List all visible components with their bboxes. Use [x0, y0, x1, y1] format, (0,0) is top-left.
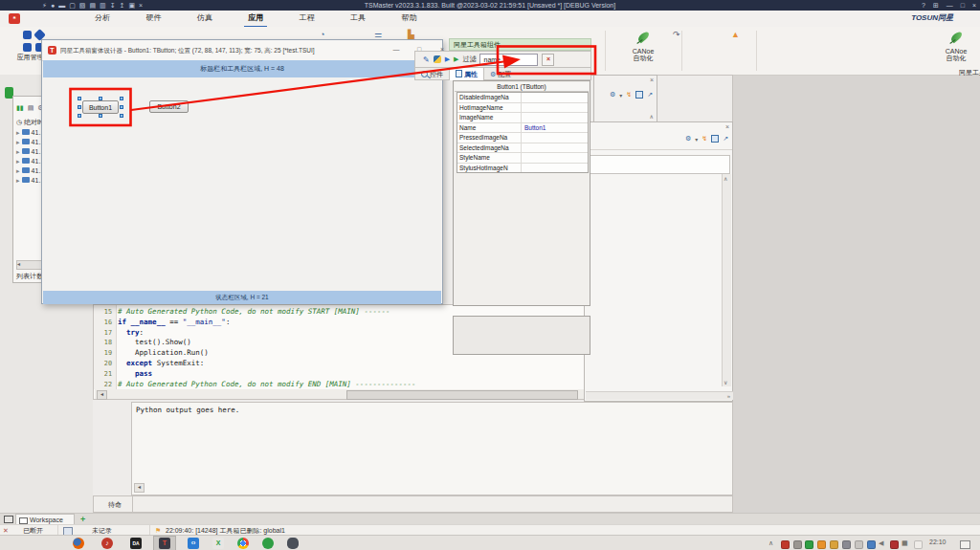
play-icon[interactable]: ▮▮ [16, 104, 24, 112]
property-row[interactable]: HotImageName [457, 103, 588, 114]
tray-drive-icon[interactable] [830, 540, 838, 549]
menu-item-应用[interactable]: 应用 [244, 11, 267, 28]
notification-icon[interactable] [960, 540, 970, 549]
run-icon[interactable]: ▶ [445, 55, 450, 63]
property-value[interactable] [522, 113, 588, 122]
menu-item-仿真[interactable]: 仿真 [193, 11, 216, 26]
property-value[interactable] [522, 164, 588, 173]
expand-icon[interactable]: ▸ [16, 139, 20, 145]
property-row[interactable]: ImageName [457, 113, 588, 123]
tab-配置[interactable]: ⚙配置 [484, 68, 517, 80]
expand-icon[interactable]: ▸ [16, 167, 20, 174]
tray-clock-app-icon[interactable] [914, 540, 923, 549]
chrome-icon[interactable] [237, 538, 249, 549]
scroll-thumb[interactable] [346, 390, 578, 400]
tray-app2-icon[interactable] [805, 540, 813, 549]
hscrollbar[interactable]: » [586, 391, 733, 400]
filter-input[interactable]: name [479, 54, 538, 66]
tab-属性[interactable]: 属性 [449, 68, 484, 80]
selection-handle[interactable] [120, 97, 123, 100]
scroll-up-icon[interactable]: ∧ [650, 113, 654, 120]
form-button1[interactable]: Button1 [82, 100, 119, 114]
property-value[interactable] [522, 153, 588, 163]
selection-handle[interactable] [78, 97, 81, 100]
xmind-icon[interactable]: X [212, 538, 224, 549]
tray-security-icon[interactable] [781, 540, 790, 549]
canoe-automation-button[interactable]: CANoe 自动化 [620, 31, 666, 62]
tray-browser-icon[interactable] [867, 540, 876, 549]
tray-app1-icon[interactable] [793, 540, 802, 549]
menu-item-硬件[interactable]: 硬件 [142, 11, 165, 26]
da-app-icon[interactable]: DA [130, 538, 142, 549]
tsmaster-logo-icon[interactable]: * [9, 13, 20, 24]
caret-down-icon[interactable]: ▾ [619, 92, 622, 99]
property-value[interactable] [522, 133, 588, 143]
scroll-left-icon[interactable]: ◂ [97, 390, 107, 400]
menu-item-工程[interactable]: 工程 [296, 11, 319, 26]
layout-button[interactable]: ⊞ [933, 0, 939, 11]
selection-handle[interactable] [78, 105, 81, 109]
chart-icon[interactable]: ▙ [408, 30, 414, 39]
designer-minimize-button[interactable]: — [390, 43, 403, 56]
menu-item-帮助[interactable]: 帮助 [397, 11, 420, 26]
property-row[interactable]: StyleName [457, 153, 588, 164]
tray-display-icon[interactable] [855, 540, 863, 549]
tray-grid-icon[interactable]: ▦ [902, 539, 908, 547]
selection-handle[interactable] [120, 105, 123, 109]
sliders-icon[interactable]: ⚌ [374, 30, 382, 39]
designer-titlebar[interactable]: T 同星工具箱窗体设计器 - Button1: TButton; 位置 (72,… [42, 40, 442, 61]
close-icon[interactable]: × [650, 77, 654, 83]
netease-music-icon[interactable]: ♪ [101, 538, 113, 549]
expand-icon[interactable]: ▸ [16, 177, 20, 184]
help-button[interactable]: ? [922, 0, 925, 11]
wrench-icon[interactable]: ⚙ [685, 135, 691, 143]
tray-volume-icon[interactable]: ◀ [879, 539, 883, 547]
property-row[interactable]: StylusHotImageN [457, 164, 588, 173]
save-icon[interactable] [635, 91, 643, 99]
selection-handle[interactable] [120, 114, 123, 118]
tray-app3-icon[interactable] [842, 540, 851, 549]
property-value[interactable] [522, 143, 588, 153]
wrench-icon[interactable]: ⚙ [610, 91, 615, 99]
expand-icon[interactable]: ▸ [16, 129, 20, 136]
maximize-button[interactable]: □ [961, 0, 965, 11]
menu-item-工具[interactable]: 工具 [346, 11, 369, 26]
python-icon[interactable] [434, 55, 441, 63]
warning-icon[interactable]: ▲ [731, 30, 740, 39]
property-value[interactable]: Button1 [522, 123, 588, 133]
canoe-automation-button-2[interactable]: CANoe 自动化 [934, 31, 978, 62]
close-button[interactable]: × [972, 0, 976, 11]
property-row[interactable]: SelectedImageNa [457, 143, 588, 154]
property-row[interactable]: NameButton1 [457, 123, 588, 134]
edit-icon[interactable]: ✎ [423, 55, 430, 64]
tray-expand-icon[interactable]: ∧ [768, 539, 773, 547]
scroll-left-icon[interactable]: ◂ [134, 483, 145, 493]
note-app-icon[interactable] [262, 538, 274, 549]
python-output-panel[interactable]: Python output goes here. ◂ [131, 402, 733, 495]
form-button2[interactable]: Button2 [149, 100, 189, 113]
gauge-icon[interactable]: ◔ [320, 30, 324, 39]
property-row[interactable]: DisabledImageNa [457, 93, 588, 103]
cloud-app-icon[interactable] [287, 538, 299, 549]
export-icon[interactable]: ↗ [723, 135, 728, 143]
selection-handle[interactable] [99, 97, 102, 100]
tab-控件[interactable]: 控件 [415, 68, 449, 80]
export-icon[interactable]: ↗ [647, 91, 653, 99]
clear-filter-button[interactable]: × [542, 54, 554, 66]
firefox-icon[interactable] [73, 538, 84, 549]
minimize-button[interactable]: — [947, 0, 953, 11]
tsmaster-icon[interactable]: T [159, 538, 170, 549]
property-value[interactable] [522, 93, 588, 102]
menu-item-分析[interactable]: 分析 [91, 11, 114, 26]
vscrollbar[interactable]: ∧ ∨ [722, 174, 731, 386]
tray-key-icon[interactable] [817, 540, 826, 549]
property-value[interactable] [522, 103, 588, 113]
scroll-up-icon[interactable]: ∧ [724, 175, 727, 182]
run-all-icon[interactable]: ▶ [454, 55, 458, 63]
save-icon[interactable] [711, 135, 719, 143]
expand-icon[interactable]: ▸ [16, 158, 20, 165]
mini-panel-field[interactable] [589, 155, 730, 174]
property-row[interactable]: PressedImageNa [457, 133, 588, 143]
selection-handle[interactable] [99, 114, 102, 118]
close-icon[interactable]: × [725, 123, 729, 130]
